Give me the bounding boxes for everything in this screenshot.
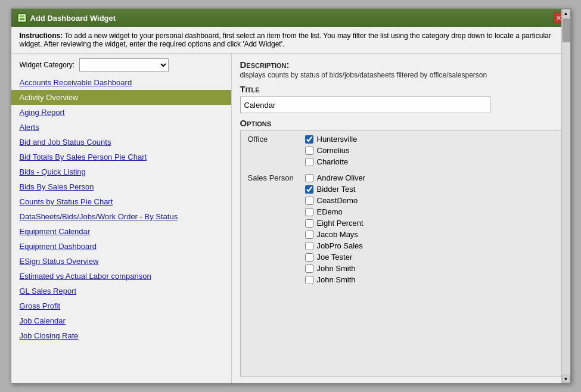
sales-person-option-label: CeastDemo bbox=[317, 196, 358, 205]
sales-person-checkbox-6[interactable] bbox=[305, 242, 313, 250]
office-checkbox-0[interactable] bbox=[305, 135, 313, 144]
sales-person-option: John Smith bbox=[305, 274, 557, 285]
widget-list-item[interactable]: Aging Report bbox=[11, 105, 231, 120]
left-panel: Widget Category: Accounts Receivable Das… bbox=[11, 54, 232, 383]
widget-list-item[interactable]: Gross Profit bbox=[11, 298, 231, 313]
instructions-bar: Instructions: To add a new widget to you… bbox=[11, 27, 570, 54]
widget-category-row: Widget Category: bbox=[11, 54, 231, 75]
options-box: Office HuntersvilleCorneliusCharlotte Sa… bbox=[240, 130, 562, 377]
widget-list-item[interactable]: Equipment Dashboard bbox=[11, 239, 231, 254]
title-section: Title bbox=[240, 84, 562, 113]
office-label: Office bbox=[241, 131, 300, 170]
scroll-down-button[interactable]: ▼ bbox=[562, 375, 570, 383]
widget-list-item[interactable]: Accounts Receivable Dashboard bbox=[11, 75, 231, 90]
office-row: Office HuntersvilleCorneliusCharlotte bbox=[241, 131, 561, 170]
sales-person-option-label: JobPro Sales bbox=[317, 241, 363, 250]
widget-list-item[interactable]: Bids - Quick Listing bbox=[11, 164, 231, 179]
office-option-label: Huntersville bbox=[317, 135, 358, 144]
options-heading: Options bbox=[240, 118, 562, 128]
widget-list-item[interactable]: Activity Overview bbox=[11, 90, 231, 105]
description-text: displays counts by status of bids/jobs/d… bbox=[240, 71, 562, 79]
widget-list-item[interactable]: Bid and Job Status Counts bbox=[11, 135, 231, 150]
sales-person-checkbox-9[interactable] bbox=[305, 276, 313, 284]
widget-list: Accounts Receivable DashboardActivity Ov… bbox=[11, 75, 231, 383]
sales-person-option-label: Andrew Oliver bbox=[317, 173, 366, 182]
sales-person-option-label: Joe Tester bbox=[317, 253, 353, 262]
sales-person-option: JobPro Sales bbox=[305, 240, 557, 251]
widget-list-item[interactable]: Bid Totals By Sales Person Pie Chart bbox=[11, 150, 231, 164]
sales-person-option-label: EDemo bbox=[317, 207, 343, 216]
office-checkbox-1[interactable] bbox=[305, 147, 313, 155]
widget-list-item[interactable]: Counts by Status Pie Chart bbox=[11, 194, 231, 209]
office-checkbox-2[interactable] bbox=[305, 158, 313, 166]
sales-person-checkbox-7[interactable] bbox=[305, 253, 313, 262]
sales-person-option-label: John Smith bbox=[317, 275, 356, 284]
widget-list-item[interactable]: Job Calendar bbox=[11, 313, 231, 328]
title-bar: Add Dashboard Widget ✕ bbox=[11, 9, 570, 27]
window-icon bbox=[17, 13, 27, 23]
office-option: Huntersville bbox=[305, 133, 557, 145]
options-table: Office HuntersvilleCorneliusCharlotte Sa… bbox=[241, 131, 561, 288]
sales-person-row: Sales Person Andrew OliverBidder TestCea… bbox=[241, 170, 561, 288]
description-title: Description: bbox=[240, 60, 562, 70]
description-section: Description: displays counts by status o… bbox=[240, 60, 562, 79]
widget-list-item[interactable]: Estimated vs Actual Labor comparison bbox=[11, 269, 231, 284]
sales-person-option-label: Jacob Mays bbox=[317, 230, 358, 239]
widget-list-item[interactable]: DataSheets/Bids/Jobs/Work Order - By Sta… bbox=[11, 209, 231, 224]
widget-list-item[interactable]: ESign Status Overview bbox=[11, 254, 231, 269]
sales-person-checkbox-4[interactable] bbox=[305, 219, 313, 228]
widget-category-select[interactable] bbox=[79, 58, 169, 71]
office-option: Charlotte bbox=[305, 156, 557, 167]
add-dashboard-widget-dialog: Add Dashboard Widget ✕ Instructions: To … bbox=[11, 8, 571, 384]
title-heading: Title bbox=[240, 84, 562, 94]
right-panel: Description: displays counts by status o… bbox=[232, 54, 570, 383]
sales-person-option: Joe Tester bbox=[305, 251, 557, 263]
options-section: Options Office HuntersvilleCorneliusChar… bbox=[240, 118, 562, 377]
sales-person-option: Eight Percent bbox=[305, 217, 557, 229]
office-values: HuntersvilleCorneliusCharlotte bbox=[300, 131, 561, 170]
sales-person-option-label: Bidder Test bbox=[317, 185, 356, 194]
widget-list-item[interactable]: Alerts bbox=[11, 120, 231, 135]
title-input[interactable] bbox=[240, 97, 490, 113]
office-option: Cornelius bbox=[305, 145, 557, 156]
sales-person-checkbox-8[interactable] bbox=[305, 265, 313, 273]
sales-person-checkbox-5[interactable] bbox=[305, 231, 313, 239]
widget-list-item[interactable]: Job Closing Rate bbox=[11, 328, 231, 343]
sales-person-label: Sales Person bbox=[241, 170, 300, 288]
main-content: Widget Category: Accounts Receivable Das… bbox=[11, 54, 570, 383]
instructions-text: To add a new widget to your personal das… bbox=[20, 32, 551, 48]
sales-person-option-label: John Smith bbox=[317, 264, 356, 273]
office-option-label: Charlotte bbox=[317, 157, 349, 166]
sales-person-option: Bidder Test bbox=[305, 183, 557, 195]
sales-person-checkbox-1[interactable] bbox=[305, 185, 313, 194]
widget-list-item[interactable]: Bids By Sales Person bbox=[11, 179, 231, 194]
window-scrollbar[interactable]: ▲ ▼ bbox=[561, 54, 570, 383]
window-title: Add Dashboard Widget bbox=[30, 14, 116, 23]
sales-person-checkbox-3[interactable] bbox=[305, 208, 313, 216]
sales-person-checkbox-0[interactable] bbox=[305, 174, 313, 182]
sales-person-option: John Smith bbox=[305, 263, 557, 274]
sales-person-option: Jacob Mays bbox=[305, 229, 557, 240]
sales-person-checkbox-2[interactable] bbox=[305, 197, 313, 205]
widget-category-label: Widget Category: bbox=[20, 61, 75, 69]
sales-person-option: EDemo bbox=[305, 206, 557, 217]
office-option-label: Cornelius bbox=[317, 146, 350, 155]
sales-person-option-label: Eight Percent bbox=[317, 219, 363, 228]
sales-person-option: Andrew Oliver bbox=[305, 172, 557, 183]
instructions-label: Instructions: bbox=[20, 32, 63, 40]
widget-list-item[interactable]: Equipment Calendar bbox=[11, 224, 231, 239]
svg-rect-0 bbox=[19, 15, 25, 21]
widget-list-item[interactable]: GL Sales Report bbox=[11, 284, 231, 298]
sales-person-values: Andrew OliverBidder TestCeastDemoEDemoEi… bbox=[300, 170, 561, 288]
sales-person-option: CeastDemo bbox=[305, 195, 557, 206]
